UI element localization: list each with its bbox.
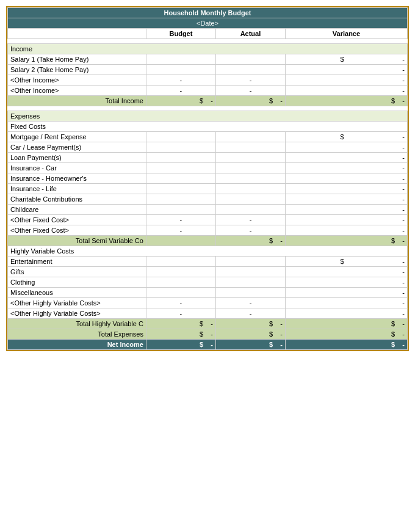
total-variable-actual-dollar: $ bbox=[269, 320, 273, 327]
fixed-row-4-variance[interactable]: - bbox=[347, 173, 408, 184]
var-row-2-budget[interactable] bbox=[146, 277, 215, 288]
fixed-row-1-budget[interactable] bbox=[146, 142, 215, 153]
var-row-3-label: Miscellaneous bbox=[8, 288, 146, 298]
income-row-1-label: Salary 1 (Take Home Pay) bbox=[8, 54, 146, 65]
income-row-1-budget[interactable] bbox=[146, 54, 215, 65]
fixed-row-6: Charitable Contributions - bbox=[8, 194, 408, 205]
fixed-row-2-variance[interactable]: - bbox=[347, 153, 408, 163]
net-income-variance-dollar: $ bbox=[391, 341, 395, 348]
fixed-row-1-variance[interactable]: - bbox=[347, 142, 408, 153]
total-fixed-label: Total Semi Variable Co bbox=[8, 236, 146, 246]
fixed-row-8-budget[interactable]: - bbox=[146, 215, 215, 225]
fixed-row-6-budget[interactable] bbox=[146, 194, 215, 205]
income-row-1-variance[interactable]: - bbox=[347, 54, 408, 65]
var-row-0-label: Entertainment bbox=[8, 257, 146, 267]
fixed-row-2-actual[interactable] bbox=[215, 153, 285, 163]
var-row-0-actual[interactable] bbox=[215, 257, 285, 267]
spreadsheet-date: <Date> bbox=[8, 18, 408, 29]
total-variable-budget: $ - bbox=[146, 319, 215, 329]
fixed-row-4-actual[interactable] bbox=[215, 173, 285, 184]
fixed-row-6-actual[interactable] bbox=[215, 194, 285, 205]
fixed-row-0-variance[interactable]: - bbox=[347, 132, 408, 142]
empty-header bbox=[8, 29, 146, 39]
var-row-4-actual[interactable]: - bbox=[215, 298, 285, 308]
income-row-4-actual[interactable]: - bbox=[215, 86, 285, 96]
fixed-row-1-label: Car / Lease Payment(s) bbox=[8, 142, 146, 153]
fixed-row-5-actual[interactable] bbox=[215, 184, 285, 194]
var-row-5-actual[interactable]: - bbox=[215, 308, 285, 319]
fixed-row-6-variance-dollar bbox=[285, 194, 346, 205]
var-row-5-label: <Other Highly Variable Costs> bbox=[8, 308, 146, 319]
var-row-0-variance-dollar: $ bbox=[285, 257, 346, 267]
fixed-row-5-variance-dollar bbox=[285, 184, 346, 194]
income-row-2-variance[interactable]: - bbox=[347, 65, 408, 75]
var-row-2-variance-dollar bbox=[285, 277, 346, 288]
income-row-2-actual[interactable] bbox=[215, 65, 285, 75]
total-income-variance-dollar: $ bbox=[391, 97, 395, 104]
fixed-row-3-label: Insurance - Car bbox=[8, 163, 146, 173]
var-row-0-budget[interactable] bbox=[146, 257, 215, 267]
var-row-3-budget[interactable] bbox=[146, 288, 215, 298]
income-row-4-budget[interactable]: - bbox=[146, 86, 215, 96]
budget-header: Budget bbox=[146, 29, 215, 39]
fixed-row-8-variance[interactable]: - bbox=[347, 215, 408, 225]
fixed-row-7-variance[interactable]: - bbox=[347, 205, 408, 215]
var-row-4-variance[interactable]: - bbox=[347, 298, 408, 308]
var-row-1-actual[interactable] bbox=[215, 267, 285, 277]
income-row-3-actual[interactable]: - bbox=[215, 75, 285, 86]
fixed-row-5-variance[interactable]: - bbox=[347, 184, 408, 194]
income-row-3-variance[interactable]: - bbox=[347, 75, 408, 86]
income-row-2-variance-dollar bbox=[285, 65, 346, 75]
net-income-actual-dollar: $ bbox=[269, 341, 273, 348]
income-row-3-budget[interactable]: - bbox=[146, 75, 215, 86]
income-row-2: Salary 2 (Take Home Pay) - bbox=[8, 65, 408, 75]
var-row-1-variance[interactable]: - bbox=[347, 267, 408, 277]
fixed-row-3-budget[interactable] bbox=[146, 163, 215, 173]
var-row-3-actual[interactable] bbox=[215, 288, 285, 298]
actual-header: Actual bbox=[215, 29, 285, 39]
fixed-row-6-variance[interactable]: - bbox=[347, 194, 408, 205]
fixed-row-0-actual[interactable] bbox=[215, 132, 285, 142]
income-row-1-actual[interactable] bbox=[215, 54, 285, 65]
fixed-row-7-actual[interactable] bbox=[215, 205, 285, 215]
total-fixed-actual-val: - bbox=[280, 237, 283, 244]
fixed-row-3-variance[interactable]: - bbox=[347, 163, 408, 173]
fixed-row-1: Car / Lease Payment(s) - bbox=[8, 142, 408, 153]
income-row-4-variance[interactable]: - bbox=[347, 86, 408, 96]
var-row-4-budget[interactable]: - bbox=[146, 298, 215, 308]
var-row-5-budget[interactable]: - bbox=[146, 308, 215, 319]
fixed-row-9-variance[interactable]: - bbox=[347, 225, 408, 236]
income-row-1: Salary 1 (Take Home Pay) $ - bbox=[8, 54, 408, 65]
var-row-2-variance[interactable]: - bbox=[347, 277, 408, 288]
income-row-4-label: <Other Income> bbox=[8, 86, 146, 96]
fixed-row-4-budget[interactable] bbox=[146, 173, 215, 184]
fixed-row-5: Insurance - Life - bbox=[8, 184, 408, 194]
var-row-1: Gifts - bbox=[8, 267, 408, 277]
fixed-row-4: Insurance - Homeowner's - bbox=[8, 173, 408, 184]
total-variable-variance-val: - bbox=[402, 320, 405, 327]
fixed-row-8-actual[interactable]: - bbox=[215, 215, 285, 225]
fixed-row-9-budget[interactable]: - bbox=[146, 225, 215, 236]
income-row-2-budget[interactable] bbox=[146, 65, 215, 75]
fixed-row-9-actual[interactable]: - bbox=[215, 225, 285, 236]
var-row-3-variance[interactable]: - bbox=[347, 288, 408, 298]
fixed-row-7-budget[interactable] bbox=[146, 205, 215, 215]
net-income-actual-val: - bbox=[280, 341, 283, 348]
income-row-3-label: <Other Income> bbox=[8, 75, 146, 86]
var-row-4: <Other Highly Variable Costs> - - - bbox=[8, 298, 408, 308]
fixed-row-1-actual[interactable] bbox=[215, 142, 285, 153]
var-row-5-variance[interactable]: - bbox=[347, 308, 408, 319]
variable-costs-label: Highly Variable Costs bbox=[8, 246, 408, 257]
income-row-3: <Other Income> - - - bbox=[8, 75, 408, 86]
total-expenses-budget: $ - bbox=[146, 329, 215, 340]
var-row-0-variance[interactable]: - bbox=[347, 257, 408, 267]
var-row-4-label: <Other Highly Variable Costs> bbox=[8, 298, 146, 308]
var-row-1-budget[interactable] bbox=[146, 267, 215, 277]
fixed-row-0-budget[interactable] bbox=[146, 132, 215, 142]
var-row-2-actual[interactable] bbox=[215, 277, 285, 288]
fixed-row-3-actual[interactable] bbox=[215, 163, 285, 173]
fixed-row-5-budget[interactable] bbox=[146, 184, 215, 194]
total-variable-label: Total Highly Variable C bbox=[8, 319, 146, 329]
net-income-variance-val: - bbox=[402, 341, 405, 348]
fixed-row-2-budget[interactable] bbox=[146, 153, 215, 163]
